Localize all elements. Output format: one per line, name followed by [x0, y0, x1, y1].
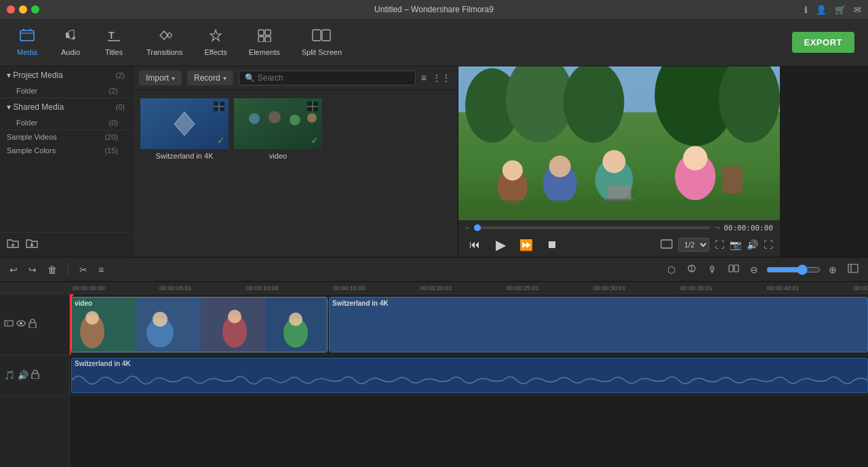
audio-clip-label: Switzerland in 4K	[75, 360, 131, 367]
tab-elements[interactable]: Elements	[239, 24, 290, 60]
ruler-tick-4: 00:00:20:01	[417, 285, 504, 291]
video-clip-video[interactable]: video	[71, 297, 328, 352]
minimize-button[interactable]	[19, 5, 27, 14]
timeline-toolbar-right: ⬡ 🎙 ⊖ ⊕	[665, 262, 861, 277]
tab-audio[interactable]: Audio	[50, 24, 91, 60]
export-button[interactable]: EXPORT	[792, 32, 854, 53]
clip-thumb-video	[72, 298, 327, 352]
list-item[interactable]: ✓ video	[234, 98, 322, 249]
playhead-line	[70, 294, 71, 354]
tab-effects[interactable]: Effects	[195, 24, 236, 60]
detach-audio-button[interactable]	[684, 262, 700, 277]
tab-media[interactable]: Media	[7, 24, 47, 60]
zoom-out-button[interactable]: ⊖	[747, 263, 761, 277]
preview-track[interactable]	[474, 226, 711, 229]
fullscreen-icon[interactable]: ⛶	[715, 239, 724, 250]
svg-rect-8	[265, 30, 271, 35]
zoom-select[interactable]: 1/21/41/1	[678, 238, 709, 251]
top-toolbar: Media Audio T Titles Transitions Effects	[0, 19, 868, 66]
svg-point-41	[603, 150, 626, 173]
redo-button[interactable]: ↪	[26, 263, 39, 277]
close-button[interactable]	[7, 5, 15, 14]
media-panel: Import ▾ Record ▾ 🔍 ≡ ⋮⋮	[132, 66, 458, 257]
window-controls[interactable]	[7, 5, 39, 14]
media-icon	[20, 28, 35, 45]
svg-point-26	[307, 113, 317, 123]
sidebar-section-shared-media: ▾ Shared Media (0) Folder (0)	[0, 98, 132, 129]
play-button[interactable]: ▶	[491, 235, 510, 254]
timeline-end-bracket: ¬	[715, 223, 719, 232]
svg-rect-7	[258, 30, 264, 35]
sidebar-header-shared-media[interactable]: ▾ Shared Media (0)	[0, 98, 132, 116]
project-folder-count: (2)	[109, 87, 118, 95]
audio-track-lock-icon[interactable]	[31, 369, 39, 381]
svg-rect-54	[734, 265, 738, 272]
sidebar-item-project-folder[interactable]: Folder (2)	[0, 84, 132, 98]
stop-button[interactable]: ⏹	[542, 235, 561, 254]
audio-track-volume-icon[interactable]: 🔊	[18, 370, 28, 380]
aspect-ratio-icon[interactable]	[660, 239, 673, 251]
playhead-dot[interactable]	[474, 224, 481, 231]
svg-rect-58	[7, 321, 8, 326]
timeline-main[interactable]: 00:00:00:00 00:00:05:01 00:00:10:00 00:0…	[70, 282, 868, 467]
svg-point-23	[249, 113, 260, 124]
delete-button[interactable]: 🗑	[45, 263, 60, 277]
fast-forward-button[interactable]: ⏩	[517, 235, 536, 254]
tab-transitions[interactable]: Transitions	[137, 24, 192, 60]
snap-button[interactable]: ⬡	[665, 263, 678, 277]
window-title: Untitled – Wondershare Filmora9	[374, 5, 494, 14]
expand-icon[interactable]: ⛶	[764, 239, 773, 250]
volume-icon[interactable]: 🔊	[747, 239, 758, 250]
search-input[interactable]	[258, 73, 410, 83]
preview-control-icons: 1/21/41/1 ⛶ 📷 🔊 ⛶	[660, 238, 773, 251]
zoom-in-button[interactable]: ⊕	[826, 263, 840, 277]
adjust-button[interactable]: ≡	[96, 263, 106, 277]
audio-label: Audio	[61, 48, 80, 56]
track-lock-icon[interactable]	[28, 319, 37, 330]
svg-rect-0	[20, 31, 34, 41]
svg-point-43	[549, 155, 571, 177]
tab-split-screen[interactable]: Split Screen	[292, 24, 351, 60]
grid-view-icon[interactable]: ⋮⋮	[432, 73, 451, 83]
timeline-start-bracket: ⌐	[465, 223, 470, 232]
transitions-label: Transitions	[146, 48, 182, 56]
settings-button[interactable]	[845, 262, 861, 277]
new-folder-icon[interactable]	[7, 238, 19, 251]
step-back-button[interactable]: ⏮	[465, 235, 484, 254]
playback-buttons: ⏮ ▶ ⏩ ⏹	[465, 235, 561, 254]
mail-icon[interactable]: ✉	[854, 5, 861, 15]
timeline: ↩ ↪ 🗑 ✂ ≡ ⬡ 🎙 ⊖ ⊕	[0, 257, 868, 467]
audio-clip[interactable]: Switzerland in 4K	[71, 358, 868, 393]
zoom-slider-input[interactable]	[766, 264, 821, 275]
tab-titles[interactable]: T Titles	[94, 24, 134, 60]
video-clip-switzerland[interactable]: Switzerland in 4K	[329, 297, 868, 352]
maximize-button[interactable]	[31, 5, 39, 14]
import-folder-icon[interactable]	[26, 238, 38, 251]
sidebar-item-sample-colors[interactable]: Sample Colors (15)	[0, 144, 132, 157]
voiceover-button[interactable]: 🎙	[705, 263, 720, 277]
cart-icon[interactable]: 🛒	[835, 5, 846, 15]
undo-button[interactable]: ↩	[7, 263, 20, 277]
sample-colors-label: Sample Colors	[7, 146, 56, 155]
track-eye-icon[interactable]	[16, 319, 26, 329]
sidebar-item-sample-videos[interactable]: Sample Videos (20)	[0, 130, 132, 144]
ruler-tick-9: 00:00:45:01	[851, 285, 868, 291]
snapshot-icon[interactable]: 📷	[730, 239, 741, 250]
sidebar-item-shared-folder[interactable]: Folder (0)	[0, 116, 132, 129]
import-button[interactable]: Import ▾	[139, 70, 182, 85]
audio-track-music-icon[interactable]: 🎵	[4, 370, 15, 380]
audio-icon	[63, 28, 78, 45]
filter-icon[interactable]: ≡	[421, 73, 427, 83]
sidebar-header-project-media[interactable]: ▾ Project Media (2)	[0, 66, 132, 84]
list-item[interactable]: ✓ Switzerland in 4K	[140, 98, 229, 249]
svg-rect-49	[458, 200, 780, 220]
transition-button[interactable]	[726, 262, 742, 277]
titles-icon: T	[106, 28, 121, 45]
record-button[interactable]: Record ▾	[187, 70, 233, 85]
info-icon[interactable]: ℹ	[804, 5, 808, 15]
user-icon[interactable]: 👤	[816, 5, 827, 15]
switzerland-thumbnail: ✓	[140, 98, 229, 149]
cut-button[interactable]: ✂	[77, 263, 90, 277]
split-screen-label: Split Screen	[302, 48, 342, 56]
track-visibility-icon[interactable]	[4, 319, 14, 329]
